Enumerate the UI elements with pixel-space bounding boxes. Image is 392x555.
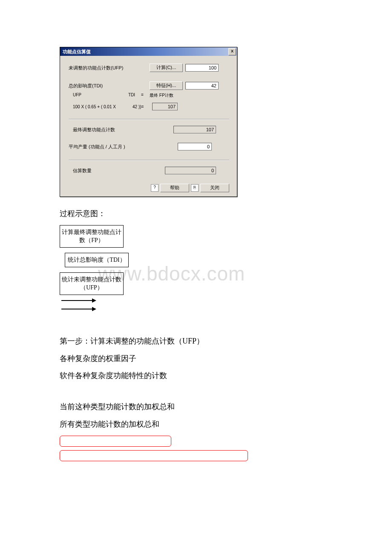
- avg-input[interactable]: 0: [178, 143, 212, 150]
- titlebar: 功能点估算值 X: [60, 47, 237, 56]
- diagram-box-3: 统计未调整功能点计数（UFP）: [60, 272, 124, 295]
- formula-part-b: 42 ))=: [133, 104, 150, 109]
- final-fp-value: 107: [173, 126, 216, 133]
- eq-sign: =: [141, 92, 150, 98]
- avg-label: 平均产量 (功能点 / 人工月 ): [69, 144, 175, 150]
- line3-text: 软件各种复杂度功能特性的计数: [60, 370, 375, 382]
- feature-button[interactable]: 特征(H)...: [150, 81, 183, 90]
- divider-2: [69, 160, 229, 161]
- dialog-title: 功能点估算值: [63, 49, 91, 55]
- arrow-1: [61, 300, 95, 301]
- arrow-2: [61, 309, 95, 309]
- tdi-input[interactable]: 42: [185, 82, 219, 90]
- dialog-window: 功能点估算值 X 未调整的功能点计数(UFP) 计算(C)... 100 总的影…: [60, 47, 237, 197]
- ufp-label: 未调整的功能点计数(UFP): [69, 65, 150, 71]
- divider: [69, 119, 229, 120]
- ufp-header: UFP: [73, 92, 128, 98]
- final-fp-label: 最终调整功能点计数: [69, 127, 171, 133]
- help-icon: ?: [151, 184, 159, 192]
- formula-part-a: 100 X ( 0.65 + ( 0.01 X: [73, 104, 133, 109]
- calc-button[interactable]: 计算(C)...: [150, 64, 183, 72]
- step1-text: 第一步：计算未调整的功能点计数（UFP）: [60, 335, 375, 347]
- diagram-box-1: 计算最终调整功能点计数（FP）: [60, 225, 124, 248]
- fp-output: 107: [152, 103, 178, 110]
- est-label: 估算数量: [69, 168, 162, 174]
- tdi-header: TDI: [128, 92, 141, 98]
- line4-text: 当前这种类型功能计数的加权总和: [60, 401, 375, 413]
- est-value: 0: [165, 167, 216, 174]
- line5-text: 所有类型功能计数的加权总和: [60, 418, 375, 431]
- dialog-body: 未调整的功能点计数(UFP) 计算(C)... 100 总的影响度(TDI) 特…: [60, 56, 237, 197]
- diagram-caption: 过程示意图：: [60, 208, 375, 220]
- door-icon: ⎘: [191, 184, 199, 192]
- close-button[interactable]: 关闭: [200, 184, 229, 192]
- help-button[interactable]: 帮助: [160, 184, 189, 192]
- fp-header: 最终 FP计数: [150, 92, 173, 98]
- highlight-box-2: [60, 450, 248, 461]
- highlight-box-1: [60, 436, 171, 447]
- line2-text: 各种复杂度的权重因子: [60, 353, 375, 365]
- tdi-label: 总的影响度(TDI): [69, 83, 150, 89]
- close-icon[interactable]: X: [228, 48, 236, 55]
- diagram-box-2: 统计总影响度（TDI）: [65, 253, 129, 267]
- ufp-input[interactable]: 100: [185, 64, 219, 72]
